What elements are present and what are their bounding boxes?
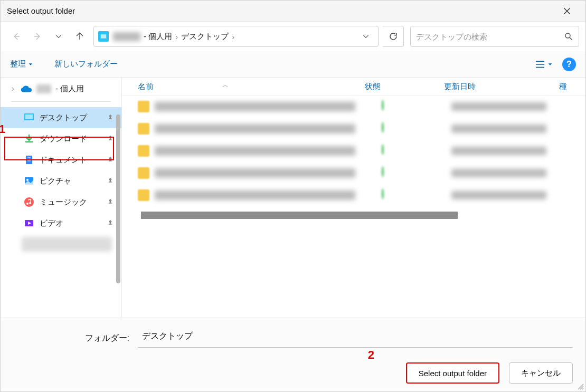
address-history-dropdown[interactable] bbox=[358, 33, 374, 40]
svg-point-7 bbox=[24, 197, 34, 207]
tree-root-suffix: - 個人用 bbox=[55, 84, 84, 94]
sidebar-divider bbox=[11, 101, 111, 102]
tree-root[interactable]: XX - 個人用 bbox=[1, 80, 121, 98]
sidebar-item-label: ピクチャ bbox=[40, 176, 71, 186]
column-date[interactable]: 更新日時 bbox=[444, 82, 559, 92]
recent-dropdown-button[interactable] bbox=[49, 27, 68, 46]
sidebar-item-label: ダウンロード bbox=[40, 134, 87, 144]
tree-root-hidden: XX bbox=[36, 84, 51, 93]
arrow-up-icon bbox=[75, 32, 84, 41]
file-date-redacted bbox=[451, 169, 546, 177]
search-input[interactable] bbox=[416, 32, 564, 41]
pin-icon bbox=[107, 135, 114, 142]
file-list-panel: 名前︿ 状態 更新日時 種 bbox=[122, 78, 585, 318]
breadcrumb-seg2[interactable]: デスクトップ bbox=[181, 32, 229, 42]
svg-rect-0 bbox=[101, 34, 107, 39]
file-date-redacted bbox=[451, 125, 546, 133]
column-state[interactable]: 状態 bbox=[365, 82, 444, 92]
annotation-1: 1 bbox=[0, 122, 5, 136]
organize-menu[interactable]: 整理 bbox=[10, 59, 33, 69]
sidebar-item-music[interactable]: ミュージック bbox=[1, 192, 121, 213]
table-row[interactable] bbox=[122, 140, 585, 162]
picture-icon bbox=[24, 176, 34, 186]
sync-status-icon bbox=[382, 123, 393, 135]
pin-icon bbox=[107, 198, 114, 206]
annotation-2: 2 bbox=[368, 348, 374, 362]
cancel-button[interactable]: キャンセル bbox=[509, 362, 573, 384]
back-button[interactable] bbox=[7, 27, 26, 46]
file-date-redacted bbox=[451, 147, 546, 155]
forward-button[interactable] bbox=[28, 27, 47, 46]
dialog-footer: フォルダー: デスクトップ 2 Select output folder キャン… bbox=[1, 318, 585, 391]
refresh-icon bbox=[389, 32, 398, 41]
sync-status-icon bbox=[382, 167, 393, 179]
video-icon bbox=[24, 218, 34, 228]
sidebar-item-desktop[interactable]: デスクトップ bbox=[1, 107, 121, 128]
folder-name-input[interactable]: デスクトップ bbox=[138, 329, 573, 348]
folder-icon bbox=[138, 123, 149, 135]
sidebar-scrollbar[interactable] bbox=[116, 114, 120, 283]
folder-icon bbox=[138, 167, 149, 179]
new-folder-label: 新しいフォルダー bbox=[54, 59, 118, 69]
document-icon bbox=[24, 155, 34, 165]
arrow-right-icon bbox=[33, 32, 42, 41]
column-name[interactable]: 名前︿ bbox=[138, 82, 365, 92]
svg-rect-3 bbox=[25, 114, 33, 119]
table-row[interactable] bbox=[122, 162, 585, 184]
sidebar-item-label: デスクトップ bbox=[40, 113, 87, 123]
toolbar: 整理 新しいフォルダー ? bbox=[1, 51, 585, 78]
sort-ascending-icon: ︿ bbox=[222, 81, 229, 90]
dialog-title: Select output folder bbox=[7, 6, 555, 15]
breadcrumb-separator: › bbox=[175, 32, 178, 41]
organize-label: 整理 bbox=[10, 59, 26, 69]
search-box[interactable] bbox=[410, 26, 579, 47]
sync-status-icon bbox=[382, 189, 393, 201]
sidebar-item-downloads[interactable]: ダウンロード bbox=[1, 128, 121, 149]
sidebar-item-documents[interactable]: ドキュメント bbox=[1, 149, 121, 170]
up-button[interactable] bbox=[70, 27, 89, 46]
sidebar-item-videos[interactable]: ビデオ bbox=[1, 213, 121, 234]
dropdown-caret-icon bbox=[547, 62, 553, 67]
desktop-icon bbox=[24, 112, 34, 123]
help-button[interactable]: ? bbox=[562, 58, 576, 71]
breadcrumb-hidden[interactable]: XXXX bbox=[113, 32, 140, 41]
table-row[interactable] bbox=[122, 118, 585, 140]
chevron-down-icon bbox=[55, 33, 62, 40]
pin-icon bbox=[107, 219, 114, 227]
sidebar-item-pictures[interactable]: ピクチャ bbox=[1, 170, 121, 192]
file-list bbox=[122, 95, 585, 206]
breadcrumb-seg1-suffix[interactable]: - 個人用 bbox=[144, 32, 172, 42]
pin-icon bbox=[107, 156, 114, 164]
file-date-redacted bbox=[451, 191, 546, 199]
breadcrumb: XXXX - 個人用 › デスクトップ › bbox=[113, 32, 234, 42]
table-row[interactable] bbox=[122, 184, 585, 206]
file-name-redacted bbox=[155, 190, 355, 200]
address-bar[interactable]: XXXX - 個人用 › デスクトップ › bbox=[93, 26, 379, 47]
view-options-button[interactable] bbox=[535, 60, 553, 69]
folder-icon bbox=[138, 101, 149, 112]
close-button[interactable] bbox=[555, 3, 579, 20]
location-folder-icon bbox=[98, 31, 109, 42]
file-name-redacted bbox=[155, 146, 355, 156]
pin-icon bbox=[107, 114, 114, 121]
svg-point-6 bbox=[26, 179, 29, 181]
resize-grip-icon[interactable] bbox=[577, 383, 584, 390]
sidebar-item-redacted[interactable] bbox=[22, 237, 112, 252]
file-name-redacted bbox=[155, 124, 355, 133]
column-kind[interactable]: 種 bbox=[559, 82, 570, 92]
sync-status-icon bbox=[382, 101, 393, 112]
folder-icon bbox=[138, 189, 149, 201]
help-icon: ? bbox=[566, 60, 572, 69]
horizontal-scrollbar[interactable] bbox=[141, 212, 458, 219]
svg-point-1 bbox=[565, 33, 570, 38]
table-row[interactable] bbox=[122, 95, 585, 118]
search-icon bbox=[564, 32, 573, 41]
arrow-left-icon bbox=[12, 32, 21, 41]
close-icon bbox=[563, 7, 571, 15]
new-folder-button[interactable]: 新しいフォルダー bbox=[54, 59, 118, 69]
refresh-button[interactable] bbox=[383, 26, 404, 47]
sync-status-icon bbox=[382, 145, 393, 157]
chevron-down-icon bbox=[362, 33, 370, 40]
download-icon bbox=[24, 133, 34, 144]
select-folder-button[interactable]: Select output folder bbox=[406, 362, 499, 384]
